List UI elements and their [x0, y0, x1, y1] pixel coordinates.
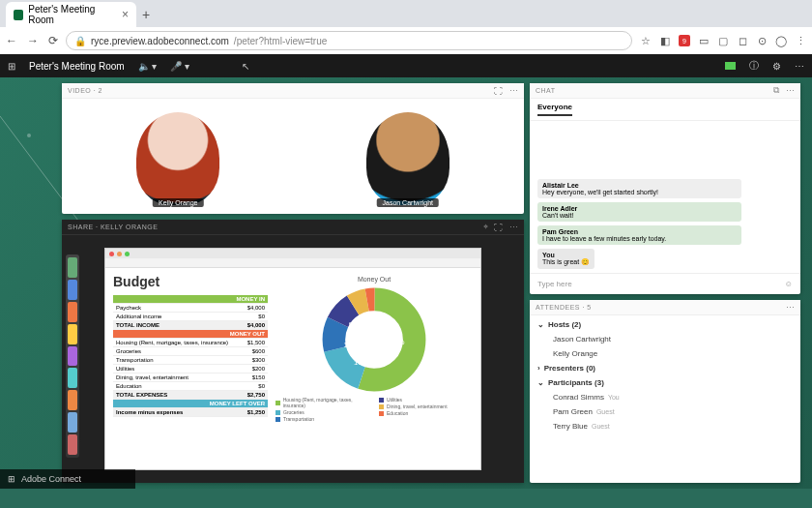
- share-pod: SHARE · KELLY ORANGE ⌖ ⛶ ⋯ Budget MONEY …: [62, 220, 524, 483]
- settings-icon[interactable]: ⚙: [772, 61, 781, 72]
- video-name-label: Jason Cartwright: [376, 198, 439, 207]
- attendee-name: Conrad Simms: [553, 393, 604, 402]
- attendee-item[interactable]: Pam Green Guest: [530, 404, 800, 419]
- cursor-icon: ↖: [242, 61, 249, 72]
- close-icon[interactable]: ×: [122, 8, 129, 21]
- video-tile[interactable]: Kelly Orange: [65, 102, 292, 211]
- video-pod-header: VIDEO · 2 ⛶ ⋯: [62, 83, 524, 99]
- reload-icon[interactable]: ⟳: [48, 34, 58, 47]
- chevron-icon: ›: [537, 364, 540, 373]
- avatar: [136, 112, 219, 205]
- address-bar: ← → ⟳ 🔒 ryce.preview.adobeconnect.com/pe…: [0, 27, 812, 54]
- table-row: Utilities$200: [113, 365, 268, 374]
- table-row: Groceries$600: [113, 347, 268, 356]
- share-viewport[interactable]: Budget MONEY IN Paycheck$4,000 Additiona…: [62, 235, 524, 483]
- attendees-pod-title: ATTENDEES · 5: [536, 304, 592, 311]
- ext-6-icon[interactable]: ⊙: [756, 35, 768, 46]
- video-name-label: Kelly Orange: [153, 198, 203, 207]
- browser-tab[interactable]: Peter's Meeting Room ×: [6, 2, 136, 27]
- pod-menu-icon[interactable]: ⋯: [509, 86, 519, 96]
- section-header: MONEY OUT: [113, 330, 268, 339]
- section-header: MONEY LEFT OVER: [113, 400, 268, 408]
- menu-icon[interactable]: ⋮: [795, 35, 806, 46]
- table-row: Income minus expenses$1,250: [113, 408, 268, 417]
- tab-title: Peter's Meeting Room: [28, 4, 117, 25]
- new-tab-button[interactable]: +: [136, 2, 156, 27]
- help-icon[interactable]: ⓘ: [749, 59, 759, 73]
- chat-body: Alistair LeeHey everyone, we'll get star…: [530, 121, 800, 273]
- chevron-icon: ⌄: [537, 320, 544, 329]
- attendees-pod-header: ATTENDEES · 5 ⋯: [530, 300, 800, 315]
- chart-legend: Housing (Rent, mortgage, taxes, insuranc…: [276, 397, 473, 422]
- brand-icon: ⊞: [8, 474, 15, 484]
- attendee-tag: Guest: [592, 423, 610, 430]
- chat-pod-title: CHAT: [536, 87, 556, 94]
- pod-menu-icon[interactable]: ⋯: [786, 86, 796, 96]
- ext-2-icon[interactable]: 9: [679, 35, 690, 46]
- fullscreen-icon[interactable]: ⛶: [494, 86, 504, 96]
- share-pod-title: SHARE · KELLY ORANGE: [68, 224, 158, 230]
- attendees-list: ⌄ Hosts (2)Jason CartwrightKelly Orange›…: [530, 315, 800, 483]
- attendee-item[interactable]: Conrad Simms You: [530, 390, 800, 404]
- attendee-name: Kelly Orange: [553, 349, 597, 358]
- avatar: [366, 112, 450, 205]
- chat-message: Pam GreenI have to leave a few minutes e…: [537, 225, 741, 245]
- chat-message: Alistair LeeHey everyone, we'll get star…: [537, 179, 741, 198]
- favicon-icon: [14, 10, 23, 20]
- speaker-icon[interactable]: 🔈 ▾: [138, 61, 158, 72]
- ext-4-icon[interactable]: ▢: [717, 35, 729, 46]
- chat-tab-everyone[interactable]: Everyone: [537, 103, 572, 116]
- table-row: Dining, travel, entertainment$150: [113, 374, 268, 382]
- donut-chart: 9% 11% 16% 55%: [321, 286, 427, 393]
- table-row: TOTAL INCOME$4,000: [113, 321, 268, 330]
- section-header: MONEY IN: [113, 295, 268, 304]
- browser-chrome: Peter's Meeting Room × + ← → ⟳ 🔒 ryce.pr…: [0, 0, 812, 54]
- pod-menu-icon[interactable]: ⋯: [509, 223, 519, 232]
- attendee-name: Pam Green: [553, 407, 593, 416]
- brand-footer: ⊞ Adobe Connect: [0, 469, 135, 489]
- forward-icon[interactable]: →: [27, 34, 39, 47]
- fullscreen-icon[interactable]: ⛶: [494, 223, 504, 232]
- attendee-group[interactable]: ⌄ Hosts (2): [530, 317, 800, 332]
- chat-pod: CHAT ⧉ ⋯ Everyone Alistair LeeHey everyo…: [530, 83, 800, 294]
- pod-menu-icon[interactable]: ⋯: [786, 303, 796, 313]
- extension-icons: ☆ ◧ 9 ▭ ▢ ◻ ⊙ ◯ ⋮: [640, 35, 806, 46]
- back-icon[interactable]: ←: [6, 34, 17, 47]
- attendee-tag: You: [608, 394, 620, 401]
- mac-window-controls: [105, 249, 480, 258]
- video-tile[interactable]: Jason Cartwright: [295, 102, 522, 211]
- ext-1-icon[interactable]: ◧: [659, 35, 671, 46]
- mic-icon[interactable]: 🎤 ▾: [170, 61, 189, 72]
- chat-pod-header: CHAT ⧉ ⋯: [530, 83, 800, 99]
- table-row: Education$0: [113, 382, 268, 391]
- attendee-item[interactable]: Terry Blue Guest: [530, 419, 800, 433]
- pointer-icon[interactable]: ⌖: [483, 222, 489, 232]
- table-row: Transportation$300: [113, 356, 268, 365]
- attendee-item[interactable]: Kelly Orange: [530, 346, 800, 361]
- doc-title: Budget: [113, 274, 268, 289]
- video-grid: Kelly Orange Jason Cartwright: [62, 99, 524, 214]
- chat-tabs: Everyone: [530, 99, 800, 121]
- chat-message: YouThis is great 😊: [537, 249, 594, 269]
- svg-text:11%: 11%: [344, 341, 360, 349]
- attendee-tag: Guest: [596, 408, 615, 415]
- video-pod-title: VIDEO · 2: [68, 87, 102, 94]
- table-row: Housing (Rent, mortgage, taxes, insuranc…: [113, 339, 268, 347]
- profile-icon[interactable]: ◯: [775, 35, 787, 46]
- chart-title: Money Out: [358, 276, 391, 283]
- ext-5-icon[interactable]: ◻: [737, 35, 748, 46]
- url-path: /peter?html-view=true: [234, 36, 327, 46]
- attendee-group[interactable]: ⌄ Participants (3): [530, 375, 800, 390]
- popout-icon[interactable]: ⧉: [773, 85, 780, 96]
- chat-input[interactable]: Type here ☺: [530, 273, 800, 294]
- attendee-item[interactable]: Jason Cartwright: [530, 332, 800, 346]
- ext-3-icon[interactable]: ▭: [698, 35, 710, 46]
- star-icon[interactable]: ☆: [640, 35, 652, 46]
- attendee-group[interactable]: › Presenters (0): [530, 361, 800, 375]
- url-input[interactable]: 🔒 ryce.preview.adobeconnect.com/peter?ht…: [66, 31, 632, 50]
- budget-table: MONEY IN Paycheck$4,000 Additional incom…: [113, 295, 268, 417]
- svg-text:9%: 9%: [349, 320, 360, 329]
- more-icon[interactable]: ⋯: [795, 61, 804, 72]
- emoji-icon[interactable]: ☺: [785, 280, 793, 288]
- lock-icon: 🔒: [74, 36, 86, 46]
